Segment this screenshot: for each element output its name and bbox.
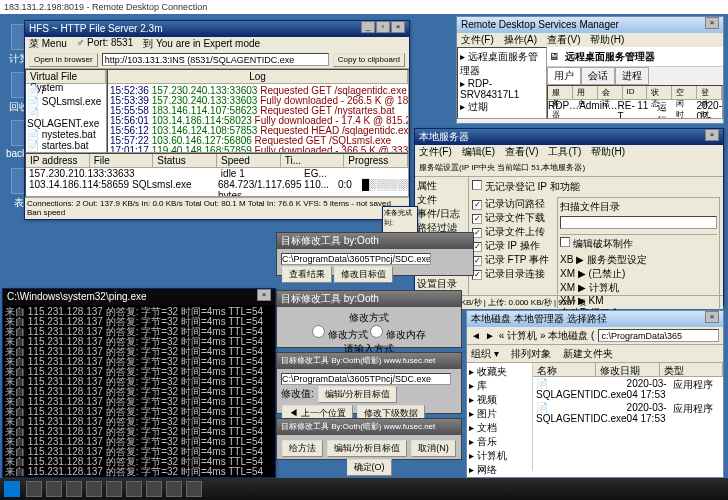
explorer-window[interactable]: 本地磁盘 本地管理器 选择路径× ◄► « 计算机 » 本地磁盘 ( 组织 ▾排…: [466, 310, 724, 478]
open-browser-button[interactable]: Open in browser: [29, 53, 98, 67]
rdc-titlebar: 183.131.2.198:8019 - Remote Desktop Conn…: [0, 0, 728, 14]
hfs-menubar[interactable]: 菜 Menu ♂ Port: 8531 到 You are in Expert …: [25, 37, 409, 51]
mode-radio-1[interactable]: [312, 325, 325, 338]
explorer-tree[interactable]: ▸ 收藏夹▸ 库▸ 视频▸ 图片▸ 文档▸ 音乐▸ 计算机▸ 网络▸ 子 千世象: [467, 363, 533, 471]
rdsm-window[interactable]: Remote Desktop Services Manager× 文件(F)操作…: [456, 16, 724, 124]
taskbar-item[interactable]: [146, 481, 162, 497]
ath-tool-modes[interactable]: 目标修改工具 by:Ooth 修改方式 修改方式 修改内存 请输入方式: [276, 290, 462, 348]
explorer-path-input[interactable]: [598, 329, 719, 342]
scan-path-input[interactable]: [560, 216, 717, 229]
hfs-conn-list[interactable]: 157.230.210.133:33633idle 1EG...103.14.1…: [26, 168, 408, 197]
ath-tool-bottom[interactable]: 目标修改工具 By:Ooth(暗影) www.fusec.net 给方法 编辑/…: [276, 418, 462, 460]
taskbar-item[interactable]: [186, 481, 202, 497]
rdsm-tree[interactable]: ▸ 远程桌面服务管理器▸ RDP-SRV84317L1▸ 过期: [457, 47, 547, 119]
taskbar-item[interactable]: [126, 481, 142, 497]
hfs-statusbar: Connections: 2 Out: 137.9 KB/s In: 0.0 K…: [25, 197, 409, 218]
hfs-log: 15:52:36 157.230.240.133:33603 Requested…: [108, 84, 408, 153]
vfs-tree[interactable]: 📄 /📄 SQLsmsl.exe📄 SQLAGENT.exe📄 nystetes…: [26, 84, 106, 153]
close-icon[interactable]: ×: [257, 289, 271, 301]
taskbar-item[interactable]: [26, 481, 42, 497]
rdsm-rows[interactable]: RDP…Admin…RE-T…11运行中2020-02-0…RDP…ivs1…R…: [548, 100, 722, 119]
ath-big-path[interactable]: [281, 373, 451, 385]
rdsm-header: 远程桌面服务管理器: [565, 50, 655, 64]
close-icon[interactable]: ×: [705, 17, 719, 29]
hfs-window[interactable]: HFS ~ HTTP File Server 2.3m _▫× 菜 Menu ♂…: [24, 20, 410, 220]
taskbar-item[interactable]: [106, 481, 122, 497]
scan-label: 扫描文件目录: [560, 200, 717, 214]
local-title: 本地服务器: [419, 129, 469, 145]
taskbar-item[interactable]: [166, 481, 182, 497]
taskbar[interactable]: [0, 478, 728, 500]
taskbar-item[interactable]: [86, 481, 102, 497]
local-toolbar[interactable]: 服务端设置(IP IP中央 当前端口 51,本地服务器): [415, 159, 723, 177]
view-result-button[interactable]: 查看结果: [282, 266, 332, 283]
taskbar-item[interactable]: [66, 481, 82, 497]
vfs-header: Virtual File System: [26, 70, 106, 83]
mode-radio-2[interactable]: [370, 325, 383, 338]
maximize-icon[interactable]: ▫: [376, 21, 390, 33]
rdsm-menubar[interactable]: 文件(F)操作(A)查看(V)帮助(H): [457, 33, 723, 47]
mod-target-button[interactable]: 修改目标值: [334, 266, 393, 283]
rdsm-columns: 服务器用户会话ID状态空闲时间登录时间: [548, 86, 722, 100]
hfs-conn-header: IP addressFileStatusSpeedTi...Progress: [26, 154, 408, 168]
explorer-toolbar[interactable]: 组织 ▾排列对象新建文件夹: [467, 345, 723, 363]
ath-tool-big[interactable]: 目标修改工具 By:Ooth(暗影) www.fusec.net 修改值: 编辑…: [276, 352, 462, 414]
local-menubar[interactable]: 文件(F)编辑(E)查看(V)工具(T)帮助(H): [415, 145, 723, 159]
hfs-titlebar[interactable]: HFS ~ HTTP File Server 2.3m _▫×: [25, 21, 409, 37]
close-icon[interactable]: ×: [391, 21, 405, 33]
hfs-url-input[interactable]: [102, 53, 329, 66]
copy-clipboard-button[interactable]: Copy to clipboard: [333, 53, 405, 67]
log-header: Log: [108, 70, 408, 83]
explorer-files[interactable]: 📄 SQLAGENTIDC.exe2020-03-04 17:53应用程序📄 S…: [533, 377, 723, 425]
cmd-output: 来自 115.231.128.137 的答复: 字节=32 时间=4ms TTL…: [3, 305, 275, 479]
minimize-icon[interactable]: _: [361, 21, 375, 33]
explorer-columns: 名称修改日期类型: [533, 363, 723, 377]
ath-path-input[interactable]: [281, 253, 431, 265]
close-icon[interactable]: ×: [705, 129, 719, 141]
rdsm-title: Remote Desktop Services Manager: [461, 17, 619, 33]
ath-tool-1[interactable]: 目标修改工具 by:Ooth 查看结果修改目标值: [276, 232, 474, 276]
taskbar-item[interactable]: [46, 481, 62, 497]
hfs-urlbar: Open in browser Copy to clipboard: [25, 51, 409, 69]
computer-icon: 🖥: [549, 51, 559, 62]
close-icon[interactable]: ×: [705, 311, 719, 323]
back-icon[interactable]: ◄: [471, 330, 481, 341]
fwd-icon[interactable]: ►: [485, 330, 495, 341]
checkbox-icon[interactable]: [472, 180, 482, 190]
start-button[interactable]: [4, 481, 20, 497]
rdsm-tabs[interactable]: 用户会话进程: [547, 67, 723, 85]
cmd-window[interactable]: C:\Windows\system32\ping.exe× 来自 115.231…: [2, 288, 276, 478]
